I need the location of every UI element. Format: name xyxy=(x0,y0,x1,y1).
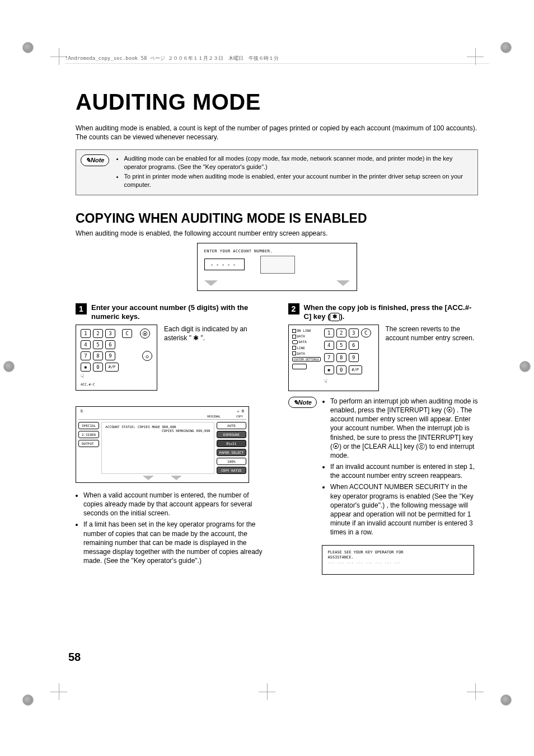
keypad-key: 2 xyxy=(93,329,103,338)
registration-crosshair-icon xyxy=(467,48,484,65)
warning-divider: --- --- --- --- --- --- --- --- xyxy=(328,561,468,566)
keypad-key: 0 xyxy=(93,363,103,372)
panel-btn: AUTO xyxy=(217,422,246,429)
section-title: COPYING WHEN AUDITING MODE IS ENABLED xyxy=(76,211,478,226)
note-item: If an invalid account number is entered … xyxy=(330,462,478,480)
indicator-label: LINE xyxy=(297,346,305,350)
triangle-icon xyxy=(204,280,218,286)
triangle-icon xyxy=(336,280,350,286)
strip-label: COPY xyxy=(236,415,243,418)
keypad-key: 1 xyxy=(81,329,91,338)
keypad-key: 3 xyxy=(349,328,359,337)
copier-icon xyxy=(260,256,295,274)
bullet-item: When a valid account number is entered, … xyxy=(83,491,266,518)
keypad-key: 5 xyxy=(336,341,346,350)
indicator-label: DATA xyxy=(297,334,305,339)
account-status-line: ACCOUNT STATUS: COPIES MADE 000,000 xyxy=(105,425,210,429)
note-badge: ✎Note xyxy=(288,397,317,408)
interrupt-icon: ⦿ xyxy=(140,328,150,339)
panel-btn: SPECIAL xyxy=(78,422,99,429)
print-mark-icon xyxy=(519,361,531,372)
note-item: To print in printer mode when auditing m… xyxy=(124,172,472,189)
keypad-key: 4 xyxy=(81,340,91,349)
note-item: When ACCOUNT NUMBER SECURITY in the key … xyxy=(330,482,478,537)
acc-key-label: ACC.#-C xyxy=(81,382,152,387)
keypad-key: 9 xyxy=(105,351,115,360)
keypad-key: 6 xyxy=(349,341,359,350)
triangle-icon xyxy=(143,476,154,480)
hand-pointer-icon: ☟ xyxy=(324,378,327,386)
keypad-key: 4 xyxy=(324,341,334,350)
panel-btn: OUTPUT xyxy=(78,440,99,447)
print-mark-icon xyxy=(22,694,34,706)
intro-paragraph: When auditing mode is enabled, a count i… xyxy=(76,124,478,142)
registration-crosshair-icon xyxy=(50,683,67,700)
page: !Andromeda_copy_sec.book 58 ページ ２００６年１１月… xyxy=(0,0,534,756)
note-list: To perform an interrupt job when auditin… xyxy=(322,397,478,539)
indicator-label: DATA xyxy=(297,351,305,356)
acc-key: ✱ xyxy=(81,363,91,372)
warning-line: ASSISTANCE. xyxy=(328,555,468,561)
registration-crosshair-icon xyxy=(467,683,484,700)
panel-top-icon: ▱ 0 xyxy=(237,409,244,414)
indicator-label: DATA xyxy=(299,340,307,344)
keypad-key: 9 xyxy=(349,353,359,362)
screen-prompt: ENTER YOUR ACCOUNT NUMBER. xyxy=(204,249,350,253)
step-description: Each digit is indicated by an asterisk "… xyxy=(164,325,266,391)
panel-figure: ON LINE DATA DATA LINE DATA CUSTOM SETTI… xyxy=(288,325,379,391)
keypad-key: 6 xyxy=(105,340,115,349)
step1-notes: When a valid account number is entered, … xyxy=(76,491,266,566)
panel-btn: EXPOSURE xyxy=(217,431,246,438)
step-title: When the copy job is finished, press the… xyxy=(304,303,479,322)
panel-btn: 2-SIDED xyxy=(78,431,99,438)
note-badge: ✎Note xyxy=(81,154,109,166)
print-mark-icon xyxy=(3,361,15,372)
triangle-icon xyxy=(171,476,182,480)
keypad-key: 8 xyxy=(336,353,346,362)
note-list: Auditing mode can be enabled for all mod… xyxy=(115,154,472,190)
left-column: 1 Enter your account number (5 digits) w… xyxy=(76,303,266,575)
header-rule xyxy=(65,63,489,64)
panel-btn: COPY RATIO xyxy=(217,467,246,474)
keypad-key: 8 xyxy=(93,351,103,360)
account-digit-mask: ----- xyxy=(204,259,245,270)
acc-key: ✱ xyxy=(324,365,334,374)
keypad-key: 5 xyxy=(93,340,103,349)
hash-p-key: #/P xyxy=(349,365,362,374)
hand-pointer-icon: ☟ xyxy=(81,373,84,381)
step-title: Enter your account number (5 digits) wit… xyxy=(91,303,266,322)
panel-btn: PAPER SELECT xyxy=(217,449,246,456)
step-description: The screen reverts to the account number… xyxy=(386,325,479,391)
step-number: 2 xyxy=(288,303,299,314)
bullet-item: If a limit has been set in the key opera… xyxy=(83,520,266,565)
custom-settings-label: CUSTOM SETTINGS xyxy=(292,357,321,362)
account-entry-screen-figure: ENTER YOUR ACCOUNT NUMBER. ----- xyxy=(197,243,357,291)
note-item: To perform an interrupt job when auditin… xyxy=(330,397,478,460)
strip-label: ORIGINAL xyxy=(207,415,221,418)
warning-line: PLEASE SEE YOUR KEY OPERATOR FOR xyxy=(328,550,468,556)
keypad-figure: 1 2 3 C ⦿ 4 5 6 xyxy=(76,325,157,391)
start-icon: ◇ xyxy=(142,351,152,361)
panel-btn: 100% xyxy=(217,458,246,465)
print-mark-icon xyxy=(500,42,512,53)
asterisk-key-icon: ✱ xyxy=(330,313,340,321)
content: AUDITING MODE When auditing mode is enab… xyxy=(76,90,478,575)
doc-header-meta: !Andromeda_copy_sec.book 58 ページ ２００６年１１月… xyxy=(65,55,279,62)
clear-key: C xyxy=(122,329,132,338)
page-number: 58 xyxy=(68,651,81,664)
page-title: AUDITING MODE xyxy=(76,90,478,115)
print-mark-icon xyxy=(500,694,512,706)
operator-warning-figure: PLEASE SEE YOUR KEY OPERATOR FOR ASSISTA… xyxy=(322,545,474,575)
keypad-key: 2 xyxy=(336,328,346,337)
keypad-key: 3 xyxy=(105,329,115,338)
registration-crosshair-icon xyxy=(259,683,275,700)
copies-remaining-line: COPIES REMAINING 999,999 xyxy=(105,429,210,433)
clear-key: C xyxy=(361,328,371,337)
keypad-key: 1 xyxy=(324,328,334,337)
print-mark-icon xyxy=(22,42,34,53)
indicator-label: ON LINE xyxy=(297,328,311,333)
note-item: Auditing mode can be enabled for all mod… xyxy=(124,154,472,171)
right-column: 2 When the copy job is finished, press t… xyxy=(288,303,479,575)
keypad-key: 0 xyxy=(336,365,346,374)
panel-top-icon: ⎘ xyxy=(81,409,83,414)
